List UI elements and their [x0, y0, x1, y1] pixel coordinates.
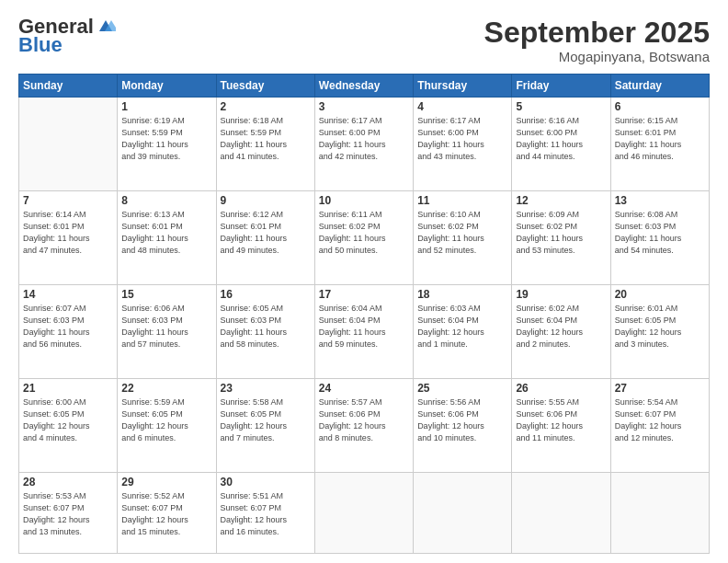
day-info: Sunrise: 6:04 AMSunset: 6:04 PMDaylight:… [319, 303, 409, 350]
day-number: 27 [615, 382, 705, 395]
table-row: 24Sunrise: 5:57 AMSunset: 6:06 PMDayligh… [314, 379, 413, 473]
day-info: Sunrise: 6:10 AMSunset: 6:02 PMDaylight:… [417, 209, 507, 257]
page: General Blue September 2025 Mogapinyana,… [0, 0, 728, 563]
day-info: Sunrise: 6:07 AMSunset: 6:03 PMDaylight:… [23, 303, 113, 350]
day-number: 26 [516, 382, 606, 395]
table-row: 1Sunrise: 6:19 AMSunset: 5:59 PMDaylight… [118, 98, 216, 191]
calendar-header-row: Sunday Monday Tuesday Wednesday Thursday… [19, 75, 710, 98]
table-row: 21Sunrise: 6:00 AMSunset: 6:05 PMDayligh… [19, 379, 118, 473]
day-number: 4 [417, 100, 507, 113]
table-row [314, 472, 413, 553]
logo-icon [96, 18, 116, 35]
table-row: 22Sunrise: 5:59 AMSunset: 6:05 PMDayligh… [118, 379, 216, 473]
day-info: Sunrise: 5:52 AMSunset: 6:07 PMDaylight:… [121, 490, 211, 538]
day-info: Sunrise: 6:01 AMSunset: 6:05 PMDaylight:… [615, 303, 705, 350]
day-info: Sunrise: 6:03 AMSunset: 6:04 PMDaylight:… [417, 303, 507, 350]
day-info: Sunrise: 6:19 AMSunset: 5:59 PMDaylight:… [121, 115, 211, 163]
day-info: Sunrise: 5:58 AMSunset: 6:05 PMDaylight:… [221, 396, 311, 444]
day-info: Sunrise: 6:16 AMSunset: 6:00 PMDaylight:… [516, 115, 606, 163]
day-info: Sunrise: 5:51 AMSunset: 6:07 PMDaylight:… [221, 490, 311, 538]
day-number: 19 [516, 288, 606, 301]
day-number: 29 [121, 476, 211, 488]
table-row: 23Sunrise: 5:58 AMSunset: 6:05 PMDayligh… [216, 379, 314, 473]
day-number: 7 [23, 194, 113, 207]
day-number: 14 [23, 288, 113, 301]
col-sunday: Sunday [19, 75, 118, 98]
col-saturday: Saturday [610, 75, 709, 98]
day-number: 2 [221, 100, 311, 113]
day-info: Sunrise: 6:17 AMSunset: 6:00 PMDaylight:… [319, 115, 409, 163]
header: General Blue September 2025 Mogapinyana,… [18, 17, 710, 64]
day-info: Sunrise: 6:06 AMSunset: 6:03 PMDaylight:… [121, 303, 211, 350]
table-row: 14Sunrise: 6:07 AMSunset: 6:03 PMDayligh… [19, 285, 118, 379]
day-number: 3 [319, 100, 409, 113]
day-number: 30 [221, 476, 311, 488]
day-info: Sunrise: 5:53 AMSunset: 6:07 PMDaylight:… [23, 490, 113, 538]
day-number: 24 [319, 382, 409, 395]
table-row: 15Sunrise: 6:06 AMSunset: 6:03 PMDayligh… [118, 285, 216, 379]
table-row [512, 472, 610, 553]
day-number: 22 [121, 382, 211, 395]
table-row: 20Sunrise: 6:01 AMSunset: 6:05 PMDayligh… [610, 285, 709, 379]
location: Mogapinyana, Botswana [484, 49, 710, 64]
col-monday: Monday [118, 75, 216, 98]
day-number: 9 [221, 194, 311, 207]
table-row: 5Sunrise: 6:16 AMSunset: 6:00 PMDaylight… [512, 98, 610, 191]
col-thursday: Thursday [414, 75, 512, 98]
table-row: 7Sunrise: 6:14 AMSunset: 6:01 PMDaylight… [19, 191, 118, 285]
day-number: 16 [221, 288, 311, 301]
day-info: Sunrise: 5:56 AMSunset: 6:06 PMDaylight:… [417, 396, 507, 444]
col-wednesday: Wednesday [314, 75, 413, 98]
day-number: 5 [516, 100, 606, 113]
table-row [414, 472, 512, 553]
day-info: Sunrise: 6:12 AMSunset: 6:01 PMDaylight:… [221, 209, 311, 257]
table-row: 6Sunrise: 6:15 AMSunset: 6:01 PMDaylight… [610, 98, 709, 191]
day-number: 15 [121, 288, 211, 301]
day-number: 6 [615, 100, 705, 113]
day-number: 21 [23, 382, 113, 395]
day-number: 18 [417, 288, 507, 301]
day-info: Sunrise: 5:54 AMSunset: 6:07 PMDaylight:… [615, 396, 705, 444]
day-info: Sunrise: 6:02 AMSunset: 6:04 PMDaylight:… [516, 303, 606, 350]
logo-blue: Blue [18, 35, 63, 55]
table-row: 11Sunrise: 6:10 AMSunset: 6:02 PMDayligh… [414, 191, 512, 285]
day-info: Sunrise: 6:09 AMSunset: 6:02 PMDaylight:… [516, 209, 606, 257]
day-info: Sunrise: 5:59 AMSunset: 6:05 PMDaylight:… [121, 396, 211, 444]
logo: General Blue [18, 17, 118, 55]
day-number: 23 [221, 382, 311, 395]
table-row: 8Sunrise: 6:13 AMSunset: 6:01 PMDaylight… [118, 191, 216, 285]
table-row: 17Sunrise: 6:04 AMSunset: 6:04 PMDayligh… [314, 285, 413, 379]
day-number: 28 [23, 476, 113, 488]
table-row: 2Sunrise: 6:18 AMSunset: 5:59 PMDaylight… [216, 98, 314, 191]
day-number: 20 [615, 288, 705, 301]
table-row: 29Sunrise: 5:52 AMSunset: 6:07 PMDayligh… [118, 472, 216, 553]
table-row: 18Sunrise: 6:03 AMSunset: 6:04 PMDayligh… [414, 285, 512, 379]
day-info: Sunrise: 6:14 AMSunset: 6:01 PMDaylight:… [23, 209, 113, 257]
table-row: 30Sunrise: 5:51 AMSunset: 6:07 PMDayligh… [216, 472, 314, 553]
col-friday: Friday [512, 75, 610, 98]
table-row: 26Sunrise: 5:55 AMSunset: 6:06 PMDayligh… [512, 379, 610, 473]
day-info: Sunrise: 6:17 AMSunset: 6:00 PMDaylight:… [417, 115, 507, 163]
col-tuesday: Tuesday [216, 75, 314, 98]
day-info: Sunrise: 5:55 AMSunset: 6:06 PMDaylight:… [516, 396, 606, 444]
day-info: Sunrise: 6:18 AMSunset: 5:59 PMDaylight:… [221, 115, 311, 163]
table-row: 16Sunrise: 6:05 AMSunset: 6:03 PMDayligh… [216, 285, 314, 379]
day-number: 10 [319, 194, 409, 207]
day-number: 25 [417, 382, 507, 395]
table-row [610, 472, 709, 553]
day-info: Sunrise: 6:05 AMSunset: 6:03 PMDaylight:… [221, 303, 311, 350]
day-number: 12 [516, 194, 606, 207]
table-row: 12Sunrise: 6:09 AMSunset: 6:02 PMDayligh… [512, 191, 610, 285]
day-info: Sunrise: 6:00 AMSunset: 6:05 PMDaylight:… [23, 396, 113, 444]
table-row: 13Sunrise: 6:08 AMSunset: 6:03 PMDayligh… [610, 191, 709, 285]
day-info: Sunrise: 6:15 AMSunset: 6:01 PMDaylight:… [615, 115, 705, 163]
table-row: 3Sunrise: 6:17 AMSunset: 6:00 PMDaylight… [314, 98, 413, 191]
table-row: 19Sunrise: 6:02 AMSunset: 6:04 PMDayligh… [512, 285, 610, 379]
day-number: 1 [121, 100, 211, 113]
day-info: Sunrise: 5:57 AMSunset: 6:06 PMDaylight:… [319, 396, 409, 444]
table-row: 9Sunrise: 6:12 AMSunset: 6:01 PMDaylight… [216, 191, 314, 285]
day-info: Sunrise: 6:11 AMSunset: 6:02 PMDaylight:… [319, 209, 409, 257]
table-row: 10Sunrise: 6:11 AMSunset: 6:02 PMDayligh… [314, 191, 413, 285]
day-number: 11 [417, 194, 507, 207]
day-number: 8 [121, 194, 211, 207]
